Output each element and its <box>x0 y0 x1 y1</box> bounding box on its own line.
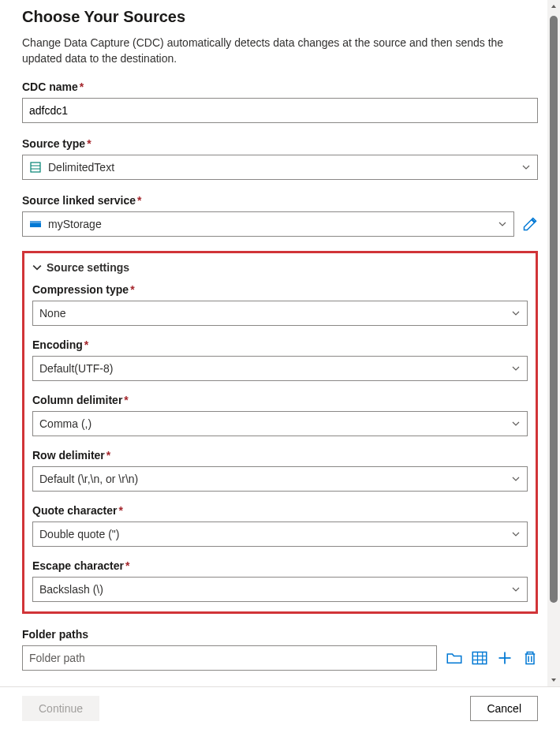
chevron-down-icon <box>511 308 521 318</box>
delimitedtext-icon <box>29 161 42 174</box>
encoding-select[interactable]: Default(UTF-8) <box>32 356 528 381</box>
quote-character-label: Quote character* <box>32 504 528 517</box>
svg-rect-5 <box>472 652 487 664</box>
source-linked-service-select[interactable]: myStorage <box>22 211 514 237</box>
scroll-down-icon[interactable] <box>547 674 560 686</box>
continue-button[interactable]: Continue <box>22 696 99 721</box>
scrollbar-thumb[interactable] <box>550 16 558 603</box>
chevron-down-icon <box>511 529 521 539</box>
chevron-down-icon <box>521 163 531 172</box>
column-delimiter-label: Column delimiter* <box>32 394 528 406</box>
svg-rect-4 <box>30 221 41 223</box>
compression-type-select[interactable]: None <box>32 301 528 326</box>
page-description: Change Data Capture (CDC) automatically … <box>22 36 538 66</box>
encoding-value: Default(UTF-8) <box>39 362 511 375</box>
cdc-name-label: CDC name* <box>22 80 538 93</box>
compression-type-label: Compression type* <box>32 283 528 296</box>
source-settings-header[interactable]: Source settings <box>32 261 528 274</box>
folder-paths-label: Folder paths <box>22 628 538 641</box>
quote-character-value: Double quote (") <box>39 528 511 540</box>
chevron-down-icon <box>498 219 507 229</box>
scrollbar[interactable] <box>547 0 560 686</box>
browse-folder-icon[interactable] <box>446 650 462 666</box>
page-title: Choose Your Sources <box>22 8 538 26</box>
escape-character-select[interactable]: Backslash (\) <box>32 577 528 602</box>
source-linked-service-label: Source linked service* <box>22 194 538 207</box>
cancel-button[interactable]: Cancel <box>470 696 538 721</box>
footer: Continue Cancel <box>0 686 560 729</box>
chevron-down-icon <box>511 364 521 373</box>
quote-character-select[interactable]: Double quote (") <box>32 522 528 547</box>
scroll-up-icon[interactable] <box>547 0 560 13</box>
row-delimiter-select[interactable]: Default (\r,\n, or \r\n) <box>32 466 528 492</box>
escape-character-value: Backslash (\) <box>39 583 511 596</box>
chevron-down-icon <box>511 474 521 484</box>
source-settings-section: Source settings Compression type* None E… <box>22 251 538 614</box>
cdc-name-input[interactable] <box>22 98 538 123</box>
column-delimiter-select[interactable]: Comma (,) <box>32 411 528 436</box>
source-linked-service-value: myStorage <box>48 218 498 230</box>
preview-data-icon[interactable] <box>472 650 487 666</box>
compression-type-value: None <box>39 307 511 320</box>
add-icon[interactable] <box>497 650 513 666</box>
source-type-label: Source type* <box>22 137 538 150</box>
source-type-select[interactable]: DelimitedText <box>22 155 538 180</box>
chevron-down-icon <box>32 263 42 272</box>
delete-icon[interactable] <box>522 650 538 666</box>
edit-icon[interactable] <box>522 216 538 232</box>
row-delimiter-label: Row delimiter* <box>32 449 528 462</box>
folder-path-input[interactable] <box>22 645 437 671</box>
escape-character-label: Escape character* <box>32 559 528 572</box>
chevron-down-icon <box>511 585 521 594</box>
source-type-value: DelimitedText <box>48 161 521 174</box>
row-delimiter-value: Default (\r,\n, or \r\n) <box>39 473 511 485</box>
chevron-down-icon <box>511 419 521 428</box>
encoding-label: Encoding* <box>32 338 528 351</box>
column-delimiter-value: Comma (,) <box>39 417 511 430</box>
svg-rect-0 <box>31 163 40 172</box>
storage-icon <box>29 218 42 230</box>
